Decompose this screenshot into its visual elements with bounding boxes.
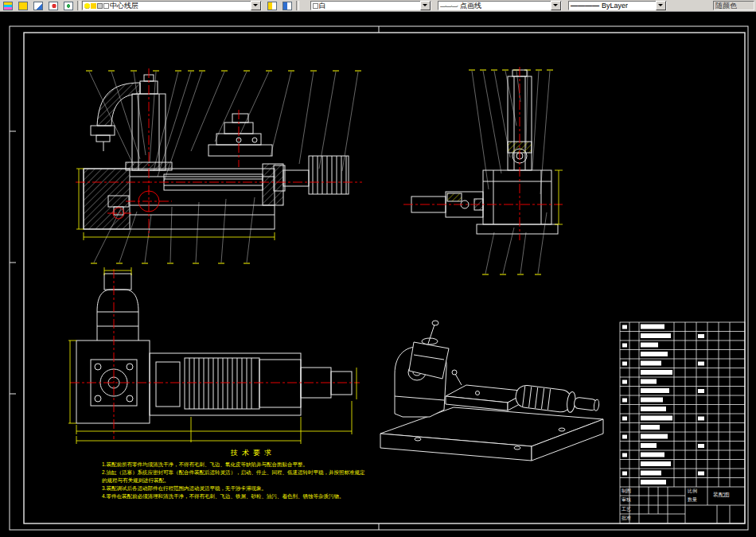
title-block-label: 审核 — [622, 497, 631, 502]
make-object-layer-current-button[interactable] — [265, 0, 279, 11]
layer-lock-icon[interactable] — [97, 3, 103, 9]
linetype-dropdown[interactable]: —·—·—· 点画线 — [438, 1, 562, 10]
layer-dropdown[interactable]: 中心线层 — [82, 1, 262, 10]
drawing-name: 装配图 — [713, 492, 730, 497]
layer-previous-icon — [283, 2, 292, 10]
technical-requirements: 技术要求 1.装配前所有零件均须清洗干净，不得有毛刺、飞边、氧化皮等缺陷并与配合… — [102, 448, 368, 500]
layer-color-swatch — [103, 3, 109, 9]
sun-icon — [64, 2, 73, 10]
application-window: 技术要求 1.装配前所有零件均须清洗干净，不得有毛刺、飞边、氧化皮等缺陷并与配合… — [0, 0, 756, 537]
new-layer-button[interactable] — [31, 0, 45, 11]
lineweight-preview: ———— — [571, 2, 599, 10]
current-layer-name: 中心线层 — [110, 1, 138, 11]
color-dropdown[interactable]: 白 — [310, 1, 431, 10]
color-dropdown-arrow-icon[interactable] — [420, 1, 431, 10]
layer-previous-button[interactable] — [280, 0, 294, 11]
lineweight-dropdown[interactable]: ———— ByLayer — [568, 1, 667, 10]
qty-label: 数量 — [688, 497, 697, 502]
make-current-icon — [267, 2, 277, 10]
sheet-icon — [33, 2, 43, 10]
layer-freeze-button[interactable] — [61, 0, 75, 11]
front-view — [76, 68, 362, 263]
current-color-swatch — [313, 3, 318, 9]
current-lineweight-name: ByLayer — [602, 2, 628, 10]
current-linetype-name: 点画线 — [460, 1, 481, 11]
plot-style-dropdown[interactable]: 随颜色 — [713, 1, 754, 10]
linetype-preview: —·—·—· — [440, 3, 458, 9]
layer-freeze-icon[interactable] — [91, 3, 96, 9]
layer-states-button[interactable] — [16, 0, 29, 11]
toolbar-separator — [77, 1, 80, 10]
current-plot-style-name: 随颜色 — [715, 1, 737, 11]
layer-dropdown-arrow-icon[interactable] — [251, 1, 261, 10]
layer-on-off-button[interactable] — [46, 0, 60, 11]
technical-requirements-title: 技术要求 — [166, 448, 341, 458]
scale-label: 比例 — [688, 488, 697, 493]
layer-manager-button[interactable] — [1, 0, 14, 11]
tech-requirement-item: 1.装配前所有零件均须清洗干净，不得有毛刺、飞边、氧化皮等缺陷并与配合面贴合平整… — [102, 461, 368, 469]
toolbar: 中心线层 白 —·—·—· 点画线 ———— ByLayer 随颜色 — [0, 0, 756, 12]
isometric-view — [380, 321, 603, 461]
layer-states-icon — [18, 2, 28, 10]
tech-requirement-item: 4.零件在装配前必须清理和清洗干净，不得有毛刺、飞边、铁屑、砂粒、油污、着色剂、… — [102, 492, 368, 500]
tech-requirement-item: 3.装配调试后各运动部件在行程范围内运动灵活平稳，无干涉卡滞现象。 — [102, 484, 368, 492]
toolbar-separator — [296, 1, 299, 10]
lineweight-dropdown-arrow-icon[interactable] — [656, 1, 666, 10]
side-view — [403, 67, 563, 274]
title-block-label: 制图 — [622, 488, 631, 493]
current-color-name: 白 — [319, 1, 326, 11]
top-view — [68, 267, 360, 444]
layer-bulb-icon[interactable] — [84, 3, 90, 9]
tech-requirement-item: 2.油缸（活塞）系统应密封可靠（配合件装配后运转灵活），启动、停止、回程、低速运… — [102, 469, 368, 484]
bulb-icon — [49, 2, 58, 10]
title-block-label: 工艺 — [622, 507, 631, 512]
title-block-label: 批准 — [622, 516, 631, 520]
linetype-dropdown-arrow-icon[interactable] — [551, 1, 561, 10]
layers-icon — [3, 2, 13, 10]
